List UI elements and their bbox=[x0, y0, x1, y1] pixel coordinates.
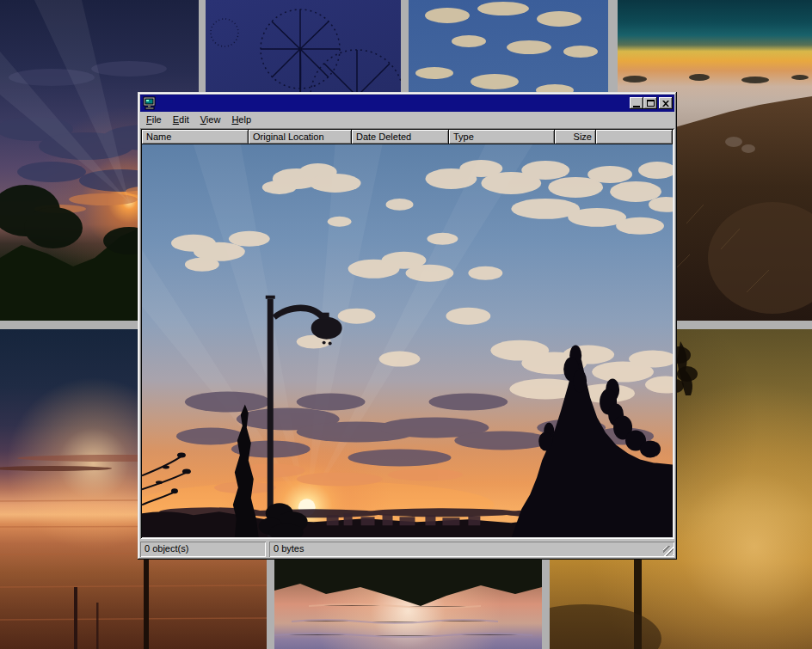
recycle-bin-window: File Edit View Help Name Original Locati… bbox=[138, 92, 677, 560]
window-titlebar[interactable] bbox=[140, 95, 674, 112]
close-button[interactable] bbox=[659, 97, 673, 109]
menu-view[interactable]: View bbox=[195, 113, 227, 127]
column-header-name[interactable]: Name bbox=[142, 130, 249, 144]
status-bar: 0 object(s) 0 bytes bbox=[140, 542, 674, 557]
menu-bar: File Edit View Help bbox=[140, 112, 674, 128]
minimize-button[interactable] bbox=[630, 97, 643, 109]
column-header-filler bbox=[596, 130, 673, 144]
minimize-icon bbox=[633, 106, 640, 107]
status-object-count: 0 object(s) bbox=[140, 542, 266, 557]
list-viewport-sunset-photo[interactable] bbox=[142, 144, 673, 537]
list-client-area: Name Original Location Date Deleted Type… bbox=[140, 128, 674, 539]
column-header-type[interactable]: Type bbox=[449, 130, 555, 144]
resize-grip[interactable] bbox=[663, 546, 674, 556]
menu-file[interactable]: File bbox=[141, 113, 168, 127]
desktop: File Edit View Help Name Original Locati… bbox=[0, 0, 812, 649]
menu-edit[interactable]: Edit bbox=[168, 113, 195, 127]
maximize-button[interactable] bbox=[643, 97, 657, 109]
column-header-original-location[interactable]: Original Location bbox=[249, 130, 352, 144]
column-header-size[interactable]: Size bbox=[555, 130, 596, 144]
column-header-date-deleted[interactable]: Date Deleted bbox=[352, 130, 449, 144]
column-header-row: Name Original Location Date Deleted Type… bbox=[142, 130, 673, 144]
close-icon bbox=[662, 101, 669, 107]
menu-help[interactable]: Help bbox=[226, 113, 257, 127]
maximize-icon bbox=[647, 100, 655, 107]
status-total-size: 0 bytes bbox=[269, 542, 674, 557]
status-size-text: 0 bytes bbox=[274, 543, 304, 554]
computer-monitor-icon bbox=[143, 96, 157, 110]
